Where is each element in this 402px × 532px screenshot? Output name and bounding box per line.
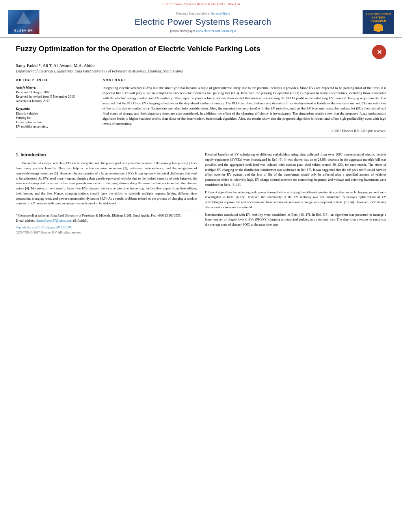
article-info-abstract: ARTICLE INFO Article history: Received 1… [16, 78, 386, 133]
journal-reference-link[interactable]: Electric Power Systems Research 145 (201… [162, 2, 240, 6]
journal-homepage: journal homepage: www.elsevier.com/locat… [47, 29, 359, 33]
footnote-area: * Corresponding author at: King Fahd Uni… [16, 211, 197, 235]
keyword-3: Fuzzy optimization [16, 120, 95, 124]
intro-para2: Potential benefits of EV scheduling to d… [205, 152, 386, 187]
accepted-date: Accepted 4 January 2017 [16, 99, 95, 103]
intro-heading: 1. Introduction [16, 152, 197, 158]
article-history: Article history: Received 11 August 2016… [16, 85, 95, 103]
received-revised-date: Received in revised form 5 November 2016 [16, 95, 95, 98]
article-title: Fuzzy Optimization for the Operation of … [16, 44, 368, 54]
keyword-2: Parking lot [16, 116, 95, 120]
col-right: Potential benefits of EV scheduling to d… [205, 152, 386, 234]
received-date: Received 11 August 2016 [16, 90, 95, 94]
issn-line: 0378-7796/© 2017 Elsevier B.V. All right… [16, 230, 197, 235]
doi-link[interactable]: http://dx.doi.org/10.1016/j.epsr.2017.01… [16, 225, 197, 230]
article-info-heading: ARTICLE INFO [16, 78, 95, 83]
journal-header: ELSEVIER Contents lists available at Sci… [0, 7, 402, 38]
article-content: Fuzzy Optimization for the Operation of … [0, 38, 402, 148]
footnote-corresponding: * Corresponding author at: King Fahd Uni… [16, 213, 197, 218]
intro-para3: Different algorithms for reducing peak p… [205, 190, 386, 210]
article-title-section: Fuzzy Optimization for the Operation of … [16, 44, 386, 59]
intro-para1: The number of electric vehicles (EVs) to… [16, 161, 197, 206]
abstract-section: ABSTRACT Integrating electric vehicles (… [102, 78, 386, 133]
crossmark-badge[interactable] [372, 45, 386, 59]
footnote-email-line: E-mail address: Samy.Gamal47@yahoo.com (… [16, 219, 197, 223]
body-columns: 1. Introduction The number of electric v… [0, 152, 402, 234]
col-left: 1. Introduction The number of electric v… [16, 152, 197, 234]
article-info-box: ARTICLE INFO Article history: Received 1… [16, 78, 95, 133]
keyword-1: Electric vehicles [16, 111, 95, 115]
journal-logo-text: ELECTRIC POWER SYSTEMS RESEARCH [364, 13, 393, 22]
journal-header-center: Contents lists available at ScienceDirec… [47, 11, 359, 33]
elsevier-logo: ELSEVIER [8, 10, 43, 34]
keywords-label: Keywords: [16, 107, 95, 111]
abstract-heading: ABSTRACT [102, 78, 386, 83]
crossmark-icon[interactable] [372, 45, 386, 59]
section-divider [16, 137, 386, 138]
copyright: © 2017 Elsevier B.V. All rights reserved… [102, 129, 386, 133]
contents-available: Contents lists available at ScienceDirec… [47, 11, 359, 15]
abstract-text: Integrating electric vehicles (EVs) into… [102, 85, 386, 126]
keyword-4: EV mobility uncertainty [16, 124, 95, 128]
article-history-label: Article history: [16, 85, 95, 89]
sciencedirect-link[interactable]: ScienceDirect [211, 11, 230, 15]
intro-para4: Uncertainties associated with EV mobilit… [205, 212, 386, 227]
journal-title: Electric Power Systems Research [47, 17, 359, 27]
elsevier-text: ELSEVIER [14, 29, 33, 32]
journal-logo-icon [374, 24, 383, 31]
journal-reference-bar: Electric Power Systems Research 145 (201… [0, 0, 402, 7]
footnote-email-link[interactable]: Samy.Gamal47@yahoo.com [36, 219, 73, 222]
authors: Samy Faddel*, Ali T. Al-Awami, M.A. Abid… [16, 63, 386, 68]
journal-logo-right: ELECTRIC POWER SYSTEMS RESEARCH [363, 10, 394, 34]
homepage-url[interactable]: www.elsevier.com/locate/epsr [196, 29, 236, 33]
footnote-email-label: E-mail address: [16, 219, 35, 222]
affiliation: Department of Electrical Engineering, Ki… [16, 69, 386, 73]
footnote-email-suffix: (S. Faddel). [73, 219, 88, 222]
keywords-section: Keywords: Electric vehicles Parking lot … [16, 107, 95, 128]
